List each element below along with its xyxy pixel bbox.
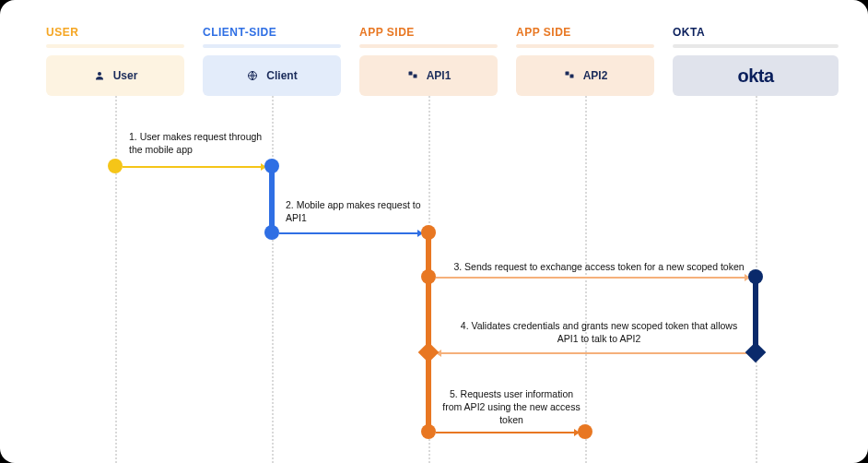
api-icon [406, 69, 419, 82]
node-okta-1 [748, 269, 763, 284]
node-okta-2 [745, 342, 767, 363]
step-3-label: 3. Sends request to exchange access toke… [442, 260, 756, 273]
node-api1-3 [418, 342, 440, 363]
node-api1-4 [421, 424, 436, 439]
lane-rule [516, 44, 654, 48]
lane-header-user: USER [46, 26, 184, 39]
node-user-1 [108, 159, 123, 173]
svg-rect-2 [408, 72, 412, 76]
step-1-label: 1. User makes request through the mobile… [129, 130, 267, 156]
user-icon [93, 69, 106, 82]
svg-point-0 [98, 72, 101, 76]
lifeline-api2 [585, 96, 587, 463]
activation-client [269, 166, 275, 232]
step-2-arrow [279, 232, 421, 234]
lane-header-api2: APP SIDE [516, 26, 654, 39]
okta-logo: okta [737, 65, 773, 87]
lane-header-client: CLIENT-SIDE [203, 26, 341, 39]
lane-box-okta: okta [673, 55, 839, 96]
step-2-label: 2. Mobile app makes request to API1 [286, 198, 424, 224]
lane-header-api1: APP SIDE [359, 26, 498, 39]
step-4-label: 4. Validates credentials and grants new … [452, 319, 746, 345]
api-icon [563, 69, 576, 82]
activation-api1 [426, 232, 431, 432]
lane-box-api1: API1 [359, 55, 498, 96]
lane-label: API2 [583, 69, 608, 82]
node-api1-2 [421, 269, 436, 284]
lane-rule [359, 44, 498, 48]
lane-label: User [113, 69, 138, 82]
globe-icon [246, 69, 259, 82]
svg-rect-5 [569, 75, 573, 78]
lane-rule [673, 44, 839, 48]
lane-label: Client [266, 69, 297, 82]
lane-header-okta: OKTA [673, 26, 839, 39]
node-client-2 [264, 225, 279, 240]
step-1-arrow [123, 166, 264, 168]
step-5-label: 5. Requests user information from API2 u… [442, 387, 581, 427]
step-5-arrow [436, 432, 578, 433]
lane-label: API1 [427, 69, 452, 82]
lifeline-user [115, 96, 117, 463]
step-3-arrow [436, 277, 748, 279]
sequence-diagram: USER User CLIENT-SIDE Client APP SIDE AP… [0, 0, 868, 463]
step-4-arrow [436, 352, 748, 354]
node-api1-1 [421, 225, 436, 240]
svg-rect-4 [565, 72, 569, 76]
lane-box-client: Client [203, 55, 341, 96]
lane-box-user: User [46, 55, 184, 96]
svg-rect-3 [413, 75, 416, 78]
lifeline-client [272, 96, 274, 463]
lane-rule [46, 44, 184, 48]
node-api2-1 [578, 424, 592, 439]
lane-rule [203, 44, 341, 48]
lane-box-api2: API2 [516, 55, 654, 96]
node-client-1 [264, 159, 279, 173]
